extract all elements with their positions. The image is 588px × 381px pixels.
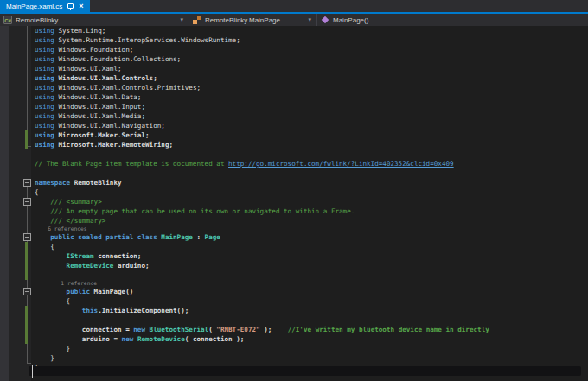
code-line[interactable]: { [35,187,588,197]
collapse-toggle-icon[interactable] [23,288,31,295]
change-bar [25,315,28,325]
code-line[interactable]: connection = new BluetoothSerial( "RNBT-… [35,325,588,334]
code-line[interactable]: // The Blank Page item template is docum… [35,159,588,168]
code-line[interactable]: using Windows.Foundation.Collections; [35,54,588,64]
code-line[interactable]: public MainPage() [35,287,588,296]
change-bar [25,306,28,315]
code-token: public sealed partial class [35,233,161,241]
code-token: Windows.UI.Xaml.Controls; [58,74,157,82]
code-line[interactable]: using Windows.UI.Xaml.Input; [35,102,588,111]
breakpoint-margin[interactable] [0,26,9,381]
code-line[interactable]: using Windows.UI.Xaml.Controls; [35,73,588,83]
code-line[interactable]: using Windows.Foundation; [35,45,588,54]
codelens-line[interactable]: 6 references [35,225,588,232]
code-token: using [35,74,58,82]
code-token: Windows.UI.Xaml; [58,65,121,73]
code-line[interactable]: using Windows.UI.Xaml; [35,64,588,73]
code-line[interactable]: { [35,242,588,251]
code-line[interactable]: using Windows.UI.Xaml.Data; [35,92,588,102]
code-token: // The Blank Page item template is docum… [35,160,228,168]
code-line[interactable]: RemoteDevice arduino; [35,261,588,270]
code-line[interactable] [35,168,588,178]
codelens-line[interactable]: 1 reference [35,280,588,287]
code-token: IStream [35,252,94,260]
code-line[interactable]: /// </summary> [35,216,588,225]
comment-hyperlink[interactable]: http://go.microsoft.com/fwlink/?LinkId=4… [228,160,454,168]
code-token: BluetoothSerial [145,326,208,333]
code-line[interactable]: using System.Runtime.InteropServices.Win… [35,35,588,45]
code-token: using [35,27,58,35]
chevron-down-icon[interactable]: ▾ [180,16,185,23]
breadcrumb-type-dropdown[interactable]: RemoteBlinky.MainPage ▾ [189,14,317,26]
code-line[interactable]: /// <summary> [35,197,588,206]
pin-icon[interactable] [67,3,74,9]
breadcrumb-project-dropdown[interactable]: C# RemoteBlinky ▾ [0,14,189,26]
change-bar [25,334,28,344]
code-line[interactable] [35,315,588,325]
code-line[interactable]: { [35,296,588,306]
code-token: MainPage() [94,288,134,295]
code-line[interactable]: public sealed partial class MainPage : P… [35,232,588,242]
code-line[interactable] [35,270,588,280]
code-token: /// An empty page that can be used on it… [35,207,355,215]
code-token: RemoteDevice [35,262,113,270]
tab-strip: MainPage.xaml.cs × [0,0,588,12]
code-token: arduino; [113,262,149,270]
collapse-toggle-icon[interactable] [23,198,31,206]
code-token: using [35,36,58,44]
code-token: using [35,131,58,139]
code-token: Microsoft.Maker.Serial; [58,131,149,139]
code-token: 1 reference [35,280,97,286]
code-line[interactable]: arduino = new RemoteDevice( connection )… [35,334,588,344]
collapse-toggle-icon[interactable] [23,179,31,187]
code-token: System.Runtime.InteropServices.WindowsRu… [58,36,240,44]
change-bar [25,261,28,270]
chevron-down-icon[interactable]: ▾ [308,16,313,23]
code-token: Windows.UI.Xaml.Media; [58,112,145,120]
vs-editor-window: MainPage.xaml.cs × C# RemoteBlinky ▾ Rem… [0,0,588,381]
code-token: 6 references [35,225,87,232]
code-line[interactable]: using Windows.UI.Xaml.Media; [35,111,588,121]
code-token: ( connection ); [185,335,245,343]
code-line[interactable]: using Microsoft.Maker.Serial; [35,130,588,140]
navigation-bar: C# RemoteBlinky ▾ RemoteBlinky.MainPage … [0,14,588,26]
collapse-toggle-icon[interactable] [23,233,31,241]
code-line[interactable]: namespace RemoteBlinky [35,178,588,187]
change-bar [25,325,28,334]
code-token: connection; [94,252,142,260]
code-line[interactable]: } [35,353,588,363]
code-token: } [35,345,70,352]
close-icon[interactable]: × [79,3,83,10]
code-token: //I've written my bluetooth device name … [288,326,489,333]
outline-guide-usings [27,26,28,146]
change-bar [25,130,28,140]
code-line[interactable]: using Windows.UI.Xaml.Controls.Primitive… [35,83,588,92]
code-line[interactable]: this.InitializeComponent(); [35,306,588,315]
code-token: using [35,112,58,120]
code-line[interactable]: using Microsoft.Maker.RemoteWiring; [35,140,588,149]
code-token: } [35,354,54,362]
code-token: using [35,65,58,73]
change-bar [25,242,28,251]
tab-mainpage-xaml-cs[interactable]: MainPage.xaml.cs × [0,0,90,12]
code-line[interactable]: using System.Linq; [35,26,588,35]
code-token: Windows.Foundation.Collections; [58,55,181,63]
code-line[interactable]: using Windows.UI.Xaml.Navigation; [35,121,588,130]
breadcrumb-member-label: MainPage() [333,16,585,24]
code-token: Windows.Foundation; [58,46,133,54]
class-icon [193,16,201,24]
code-area[interactable]: using System.Linq;using System.Runtime.I… [35,26,588,372]
code-editor[interactable]: using System.Linq;using System.Runtime.I… [0,26,588,381]
code-line[interactable] [35,149,588,159]
code-token: .InitializeComponent(); [98,307,189,314]
code-token: /// </summary> [35,217,105,225]
code-token: using [35,93,58,101]
horizontal-scrollbar[interactable] [29,366,581,376]
code-line[interactable]: IStream connection; [35,251,588,261]
breadcrumb-member-dropdown[interactable]: MainPage() [317,14,588,26]
breadcrumb-project-label: RemoteBlinky [16,16,176,24]
code-token: Windows.UI.Xaml.Data; [58,93,141,101]
code-line[interactable]: } [35,344,588,353]
code-token: RemoteDevice [133,335,184,343]
code-line[interactable]: /// An empty page that can be used on it… [35,206,588,216]
